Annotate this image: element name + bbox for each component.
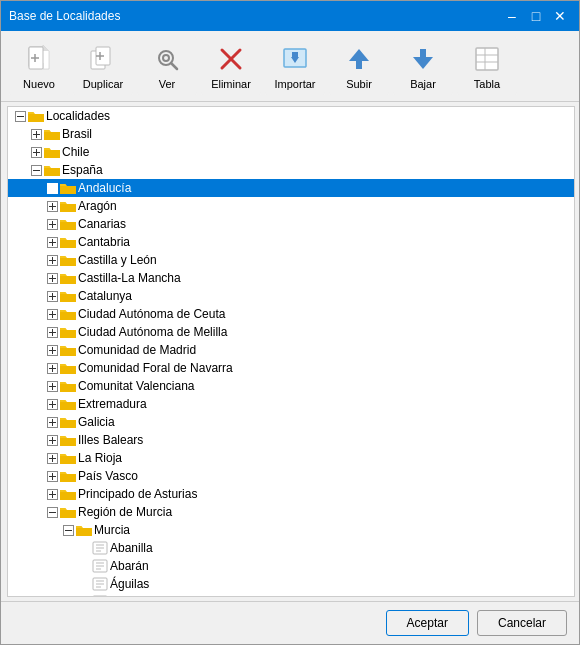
subir-button[interactable]: Subir (329, 37, 389, 95)
tree-item-albudeite[interactable]: Albudeite (8, 593, 574, 597)
expand-btn-rioja[interactable] (44, 450, 60, 466)
tree-item-ceuta[interactable]: Ciudad Autónoma de Ceuta (8, 305, 574, 323)
expand-btn-asturias[interactable] (44, 486, 60, 502)
tree-item-navarra[interactable]: Comunidad Foral de Navarra (8, 359, 574, 377)
tree-item-melilla[interactable]: Ciudad Autónoma de Melilla (8, 323, 574, 341)
close-button[interactable]: ✕ (549, 6, 571, 26)
tree-item-madrid[interactable]: Comunidad de Madrid (8, 341, 574, 359)
expand-btn-galicia[interactable] (44, 414, 60, 430)
tree-label-baleares: Illes Balears (78, 433, 143, 447)
expand-btn-castilla-leon[interactable] (44, 252, 60, 268)
cancel-button[interactable]: Cancelar (477, 610, 567, 636)
folder-icon-murcia-city (76, 523, 92, 537)
minimize-button[interactable]: – (501, 6, 523, 26)
tree-item-pais-vasco[interactable]: País Vasco (8, 467, 574, 485)
eliminar-icon (215, 43, 247, 75)
expand-btn-murcia-city[interactable] (60, 522, 76, 538)
tree-label-valenciana: Comunitat Valenciana (78, 379, 195, 393)
nuevo-label: Nuevo (23, 78, 55, 90)
tabla-icon (471, 43, 503, 75)
tree-item-extremadura[interactable]: Extremadura (8, 395, 574, 413)
tree-item-espana[interactable]: España (8, 161, 574, 179)
tree-item-castilla-leon[interactable]: Castilla y León (8, 251, 574, 269)
toolbar: Nuevo Duplicar (1, 31, 579, 102)
maximize-button[interactable]: □ (525, 6, 547, 26)
expand-btn-murcia[interactable] (44, 504, 60, 520)
eliminar-button[interactable]: Eliminar (201, 37, 261, 95)
svg-marker-20 (349, 49, 369, 61)
expand-btn-valenciana[interactable] (44, 378, 60, 394)
title-bar: Base de Localidades – □ ✕ (1, 1, 579, 31)
expand-btn-chile[interactable] (28, 144, 44, 160)
tree-label-aguilas: Águilas (110, 577, 149, 591)
expand-btn-baleares[interactable] (44, 432, 60, 448)
svg-point-13 (163, 55, 169, 61)
title-bar-controls: – □ ✕ (501, 6, 571, 26)
expand-btn-localidades[interactable] (12, 108, 28, 124)
expand-btn-andalucia[interactable] (44, 180, 60, 196)
tree-label-chile: Chile (62, 145, 89, 159)
accept-button[interactable]: Aceptar (386, 610, 469, 636)
expand-btn-navarra[interactable] (44, 360, 60, 376)
expand-btn-madrid[interactable] (44, 342, 60, 358)
svg-rect-19 (292, 52, 298, 58)
tree-item-rioja[interactable]: La Rioja (8, 449, 574, 467)
svg-marker-22 (413, 57, 433, 69)
svg-rect-21 (356, 61, 362, 69)
folder-icon-galicia (60, 415, 76, 429)
tree-label-castilla-mancha: Castilla-La Mancha (78, 271, 181, 285)
svg-marker-4 (43, 45, 49, 51)
duplicar-icon (87, 43, 119, 75)
expand-btn-cantabria[interactable] (44, 234, 60, 250)
expand-btn-espana[interactable] (28, 162, 44, 178)
bajar-button[interactable]: Bajar (393, 37, 453, 95)
tree-panel[interactable]: Localidades Brasil Chile España Andalucí… (7, 106, 575, 597)
bajar-icon (407, 43, 439, 75)
folder-icon-valenciana (60, 379, 76, 393)
tree-item-canarias[interactable]: Canarias (8, 215, 574, 233)
tree-item-andalucia[interactable]: Andalucía (8, 179, 574, 197)
expand-btn-extremadura[interactable] (44, 396, 60, 412)
tree-label-melilla: Ciudad Autónoma de Melilla (78, 325, 227, 339)
folder-icon-aragon (60, 199, 76, 213)
tree-item-chile[interactable]: Chile (8, 143, 574, 161)
ver-button[interactable]: Ver (137, 37, 197, 95)
tree-item-abanilla[interactable]: Abanilla (8, 539, 574, 557)
tree-item-cantabria[interactable]: Cantabria (8, 233, 574, 251)
tree-item-aguilas[interactable]: Águilas (8, 575, 574, 593)
svg-rect-108 (93, 596, 107, 597)
expand-btn-catalunya[interactable] (44, 288, 60, 304)
expand-btn-brasil[interactable] (28, 126, 44, 142)
tree-item-galicia[interactable]: Galicia (8, 413, 574, 431)
tabla-button[interactable]: Tabla (457, 37, 517, 95)
importar-button[interactable]: Importar (265, 37, 325, 95)
tree-label-brasil: Brasil (62, 127, 92, 141)
content-area: Localidades Brasil Chile España Andalucí… (1, 102, 579, 601)
nuevo-button[interactable]: Nuevo (9, 37, 69, 95)
folder-icon-castilla-mancha (60, 271, 76, 285)
expand-btn-melilla[interactable] (44, 324, 60, 340)
tree-item-asturias[interactable]: Principado de Asturias (8, 485, 574, 503)
duplicar-button[interactable]: Duplicar (73, 37, 133, 95)
tree-item-brasil[interactable]: Brasil (8, 125, 574, 143)
tree-item-aragon[interactable]: Aragón (8, 197, 574, 215)
tree-label-catalunya: Catalunya (78, 289, 132, 303)
expand-btn-pais-vasco[interactable] (44, 468, 60, 484)
tree-label-ceuta: Ciudad Autónoma de Ceuta (78, 307, 225, 321)
tree-item-localidades[interactable]: Localidades (8, 107, 574, 125)
subir-label: Subir (346, 78, 372, 90)
tree-item-valenciana[interactable]: Comunitat Valenciana (8, 377, 574, 395)
tree-label-asturias: Principado de Asturias (78, 487, 197, 501)
tree-item-murcia[interactable]: Región de Murcia (8, 503, 574, 521)
tree-item-abaran[interactable]: Abarán (8, 557, 574, 575)
expand-btn-canarias[interactable] (44, 216, 60, 232)
expand-btn-ceuta[interactable] (44, 306, 60, 322)
tree-item-baleares[interactable]: Illes Balears (8, 431, 574, 449)
tree-label-espana: España (62, 163, 103, 177)
folder-icon-extremadura (60, 397, 76, 411)
expand-btn-aragon[interactable] (44, 198, 60, 214)
tree-item-castilla-mancha[interactable]: Castilla-La Mancha (8, 269, 574, 287)
tree-item-murcia-city[interactable]: Murcia (8, 521, 574, 539)
expand-btn-castilla-mancha[interactable] (44, 270, 60, 286)
tree-item-catalunya[interactable]: Catalunya (8, 287, 574, 305)
